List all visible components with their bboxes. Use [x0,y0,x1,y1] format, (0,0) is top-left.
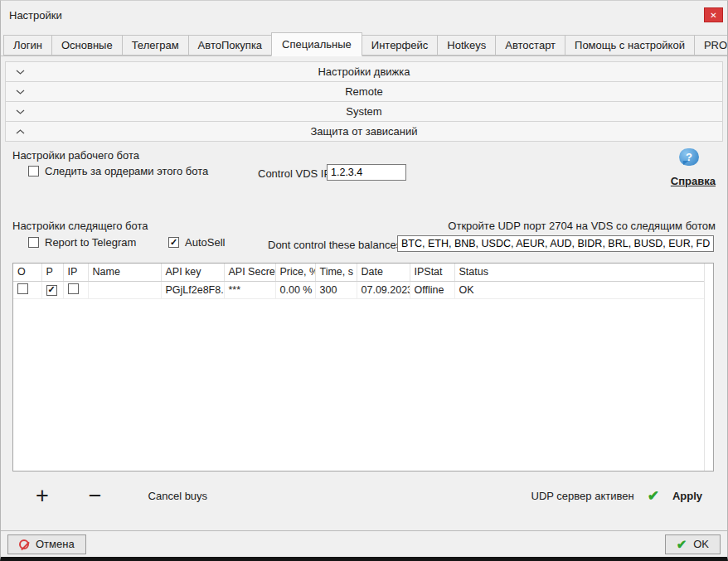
follow-orders-checkbox[interactable]: Следить за ордерами этого бота [28,165,208,177]
row-ip-checkbox[interactable] [68,283,79,294]
cell-time: 300 [315,281,357,298]
freeze-protection-panel: Настройки рабочего бота Следить за ордер… [1,142,727,530]
help-question-glyph: ? [686,151,692,163]
tab-telegram[interactable]: Телеграм [122,35,189,56]
cell-o [13,281,41,298]
checkbox[interactable] [28,166,39,177]
close-button[interactable]: ✕ [704,7,723,22]
worker-bot-title: Настройки рабочего бота [12,149,139,162]
section-label: Настройки движка [318,65,410,78]
cancel-buys-button[interactable]: Cancel buys [148,490,208,502]
report-telegram-label: Report to Telegram [45,236,136,249]
cell-name [88,281,161,298]
section-header-remote[interactable]: Remote [5,81,723,102]
cell-price: 0.00 % [275,281,315,298]
col-p[interactable]: P [41,264,63,281]
checkbox[interactable] [168,237,179,248]
control-vds-ip-label: Control VDS IP [258,167,331,180]
checkbox[interactable] [28,237,39,248]
tab-osnovnye[interactable]: Основные [51,35,123,56]
autosell-label: AutoSell [185,236,225,249]
tab-pro[interactable]: PRO [694,35,728,56]
apply-button[interactable]: Apply [672,490,702,502]
cell-date: 07.09.2023 [357,281,410,298]
cancel-label: Отмена [36,538,75,550]
chevron-up-icon [16,128,25,134]
accordion: Настройки движка Remote System Защита от… [5,61,723,142]
footer: Отмена ✔ OK [1,530,727,557]
table-actions-left: + − Cancel buys [12,485,207,507]
cell-api-key: PGjLf2e8F8... [161,281,224,298]
col-api-key[interactable]: API key [161,264,224,281]
section-header-freeze-protection[interactable]: Защита от зависаний [5,121,723,142]
cell-api-secret: *** [224,281,275,298]
close-icon: ✕ [710,11,716,20]
table-row[interactable]: PGjLf2e8F8... *** 0.00 % 300 07.09.2023 … [13,281,704,298]
tab-bar: Логин Основные Телеграм АвтоПокупка Спец… [1,29,727,56]
cancel-button[interactable]: Отмена [7,534,86,554]
row-o-checkbox[interactable] [17,283,28,294]
tab-hotkeys[interactable]: Hotkeys [437,35,496,56]
tab-avtopokupka[interactable]: АвтоПокупка [188,35,272,56]
row-p-checkbox[interactable] [46,285,57,296]
remove-row-button[interactable]: − [89,485,102,507]
report-telegram-checkbox[interactable]: Report to Telegram [28,236,136,249]
autosell-checkbox[interactable]: AutoSell [168,236,225,249]
follow-orders-label: Следить за ордерами этого бота [45,165,208,177]
add-row-button[interactable]: + [36,485,49,507]
help-link[interactable]: Справка [671,175,716,187]
tab-login[interactable]: Логин [3,35,52,56]
cell-p [41,281,63,298]
section-header-engine[interactable]: Настройки движка [5,61,723,82]
section-label: Remote [345,85,383,98]
col-o[interactable]: O [13,264,41,281]
ok-check-icon: ✔ [677,538,687,550]
col-date[interactable]: Date [357,264,410,281]
ok-button[interactable]: ✔ OK [665,534,721,554]
titlebar: Настройки ✕ [1,1,727,29]
col-api-secret[interactable]: API Secret [224,264,275,281]
cell-ip [63,281,88,298]
table-actions: + − Cancel buys UDP сервер активен ✔ App… [12,478,714,513]
section-label: System [346,105,381,118]
col-ip[interactable]: IP [63,264,88,281]
settings-window: Настройки ✕ Логин Основные Телеграм Авто… [0,0,728,561]
table-actions-right: UDP сервер активен ✔ Apply [531,489,714,503]
chevron-down-icon [16,89,25,94]
cancel-icon [19,539,29,549]
control-vds-ip-input[interactable] [327,164,406,181]
col-price[interactable]: Price, % [275,264,315,281]
follower-bot-title: Настройки следящего бота [12,220,148,232]
window-title: Настройки [9,9,62,22]
tab-pomosch-s-nastroykoy[interactable]: Помощь с настройкой [565,35,695,56]
balances-input[interactable] [397,235,714,252]
cell-ipstat: Offline [410,281,454,298]
tab-avtostart[interactable]: Автостарт [495,35,565,56]
bots-table: O P IP Name API key API Secret Price, % … [12,263,714,472]
udp-ok-check-icon: ✔ [648,489,659,503]
help-icon[interactable]: ? [679,148,699,166]
chevron-down-icon [16,109,25,114]
col-time[interactable]: Time, s [315,264,357,281]
chevron-down-icon [16,69,25,75]
udp-port-note: Откройте UDP порт 2704 на VDS со следящи… [448,220,716,232]
udp-server-status: UDP сервер активен [531,490,634,502]
cell-status: OK [454,281,704,298]
col-name[interactable]: Name [88,264,161,281]
tab-interfeys[interactable]: Интерфейс [362,35,438,56]
section-label: Защита от зависаний [311,125,418,138]
section-header-system[interactable]: System [5,101,723,122]
table-header-row: O P IP Name API key API Secret Price, % … [13,264,704,281]
col-status[interactable]: Status [454,264,704,281]
tab-specialnye[interactable]: Специальные [271,32,362,56]
col-ipstat[interactable]: IPStat [410,264,454,281]
balances-label: Dont control these balances: [268,239,405,251]
ok-label: OK [693,538,709,550]
